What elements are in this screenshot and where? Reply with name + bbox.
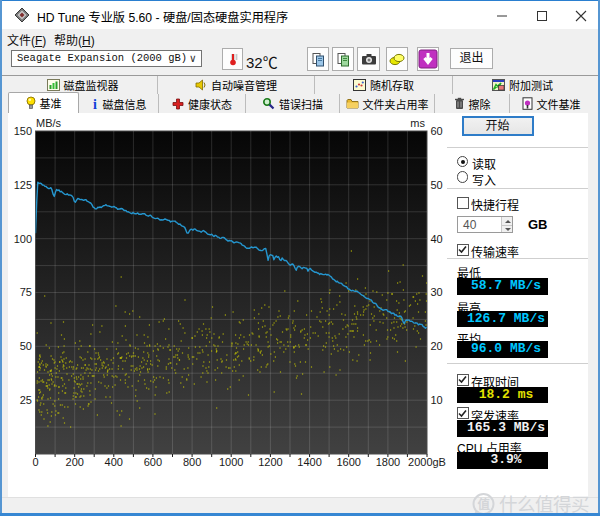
svg-text:i: i: [93, 97, 97, 110]
svg-text:50: 50: [20, 340, 32, 352]
svg-text:125: 125: [14, 179, 32, 191]
svg-text:1600: 1600: [336, 456, 360, 468]
svg-text:60: 60: [431, 125, 443, 137]
svg-text:200: 200: [66, 456, 84, 468]
svg-text:50: 50: [431, 179, 443, 191]
svg-text:1200: 1200: [258, 456, 282, 468]
svg-text:值: 值: [477, 497, 490, 512]
svg-text:30: 30: [431, 286, 443, 298]
svg-text:150: 150: [14, 125, 32, 137]
svg-text:MB/s: MB/s: [36, 117, 62, 129]
svg-text:100: 100: [14, 233, 32, 245]
svg-text:ms: ms: [410, 117, 425, 129]
svg-text:1000: 1000: [219, 456, 243, 468]
svg-text:2000gB: 2000gB: [408, 456, 446, 468]
svg-text:0: 0: [32, 456, 38, 468]
svg-text:25: 25: [20, 394, 32, 406]
svg-text:75: 75: [20, 286, 32, 298]
svg-text:10: 10: [431, 394, 443, 406]
svg-text:40: 40: [431, 233, 443, 245]
svg-text:800: 800: [183, 456, 201, 468]
svg-text:400: 400: [105, 456, 123, 468]
svg-text:20: 20: [431, 340, 443, 352]
svg-text:1400: 1400: [297, 456, 321, 468]
svg-text:1800: 1800: [376, 456, 400, 468]
svg-text:600: 600: [144, 456, 162, 468]
